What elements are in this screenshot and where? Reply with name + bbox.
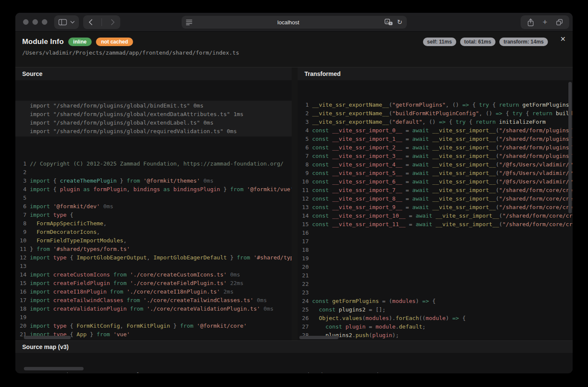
svg-text:A: A (386, 20, 388, 24)
new-tab-button[interactable]: + (538, 15, 552, 29)
code-panels: Source import "/shared/form/plugins/glob… (15, 67, 573, 340)
reload-icon[interactable]: ↻ (397, 18, 403, 26)
code-line: 12const __vite_ssr_import_8__ = await __… (298, 195, 573, 203)
code-line: 20 (298, 263, 573, 271)
sourcemap-title: Source map (v3) (15, 341, 573, 353)
code-line: 15const __vite_ssr_import_11__ = await _… (298, 220, 573, 229)
history-nav (83, 15, 120, 29)
code-line: 4const __vite_ssr_import_0__ = await __v… (298, 126, 573, 135)
code-line: 11} from '#shared/types/form.ts' (15, 245, 292, 253)
toolbar-right-group: + (521, 15, 569, 29)
inline-badge: inline (68, 38, 92, 46)
code-line: 10const __vite_ssr_import_6__ = await __… (298, 177, 573, 186)
code-line: 14const __vite_ssr_import_10__ = await _… (298, 212, 573, 220)
page-title: Module Info (22, 38, 64, 46)
translate-icon[interactable]: A x (385, 19, 393, 26)
sourcemap-section: Source map (v3) 1;;;AAEA;AAAkC;AAAA;AAAA… (15, 340, 573, 373)
code-line: 17 (298, 237, 573, 246)
code-line: 2__vite_ssr_exportName__("buildFormKitPl… (298, 109, 573, 118)
code-line: 11const __vite_ssr_import_7__ = await __… (298, 186, 573, 195)
code-line: 5 (15, 194, 292, 202)
raw-import-line: import "/shared/form/plugins/global/requ… (15, 127, 292, 136)
forward-button[interactable] (105, 15, 120, 29)
code-line: 18 (298, 246, 573, 254)
source-panel-title: Source (15, 67, 292, 80)
code-line: 10 FormFieldTypeImportModules, (15, 236, 292, 245)
code-line: 1__vite_ssr_exportName__("getFormPlugins… (298, 101, 573, 109)
tab-overview-icon[interactable] (552, 15, 567, 29)
code-line: 13 (15, 262, 292, 271)
code-line: 2 (15, 168, 292, 177)
code-line: 7const __vite_ssr_import_3__ = await __v… (298, 152, 573, 160)
code-line: 17import createTailwindClasses from './c… (15, 296, 292, 305)
reader-icon[interactable] (186, 19, 192, 25)
code-line: 12import type { ImportGlobEagerOutput, I… (15, 253, 292, 262)
browser-toolbar: localhost A x ↻ + (15, 13, 573, 32)
module-info-header: Module Info inline not cached self: 11ms… (15, 32, 573, 67)
module-inspect-page: Module Info inline not cached self: 11ms… (15, 32, 573, 373)
code-line: 4import { plugin as formPlugin, bindings… (15, 185, 292, 194)
code-line: 9 FormDecoratorIcons, (15, 228, 292, 236)
code-line: 29 }); (298, 340, 573, 340)
sourcemap-hscrollbar[interactable] (24, 367, 84, 370)
url-text[interactable]: localhost (192, 19, 385, 26)
code-line: 21 (298, 271, 573, 280)
raw-import-line: import "/shared/form/plugins/global/exte… (15, 119, 292, 127)
url-bar[interactable]: localhost A x ↻ (182, 16, 407, 29)
code-line: 8 FormAppSpecificTheme, (15, 219, 292, 228)
code-line: 5const __vite_ssr_import_1__ = await __v… (298, 135, 573, 143)
sourcemap-code-area[interactable]: 1;;;AAEA;AAAkC;AAAA;AAAA;AAAA;AAClC;AAEA… (15, 353, 573, 373)
close-window-button[interactable] (23, 19, 29, 25)
code-line: 16 (298, 229, 573, 237)
code-line: 25 const plugins2 = []; (298, 306, 573, 314)
minimize-window-button[interactable] (32, 19, 38, 25)
nav-divider (101, 18, 102, 26)
code-line: 9const __vite_ssr_import_5__ = await __v… (298, 169, 573, 177)
sourcemap-code: 1;;;AAEA;AAAkC;AAAA;AAAA;AAAA;AAClC;AAEA… (15, 371, 573, 373)
not-cached-badge: not cached (96, 38, 133, 46)
code-line: 14import createCustomIcons from './core/… (15, 271, 292, 279)
close-overlay-button[interactable]: ✕ (560, 36, 566, 43)
back-button[interactable] (83, 15, 98, 29)
sidebar-toggle-button[interactable] (54, 15, 79, 29)
transformed-vscrollbar[interactable] (568, 82, 572, 213)
code-line: 1// Copyright (C) 2012-2025 Zammad Found… (15, 160, 292, 168)
source-code-area[interactable]: import "/shared/form/plugins/global/bind… (15, 80, 292, 340)
source-code: 1// Copyright (C) 2012-2025 Zammad Found… (15, 160, 292, 340)
code-line: 27 const plugin = module.default; (298, 323, 573, 331)
transformed-code-area[interactable]: 1__vite_ssr_exportName__("getFormPlugins… (298, 80, 573, 340)
code-line: 23 (298, 288, 573, 297)
transformed-hscrollbar[interactable] (299, 336, 339, 339)
code-line: 19 (298, 254, 573, 263)
code-line: 3__vite_ssr_exportName__("default", () =… (298, 118, 573, 126)
code-line: 18import createValidationPlugin from './… (15, 305, 292, 313)
raw-import-line: import "/shared/form/plugins/global/exte… (15, 110, 292, 119)
transformed-panel: Transformed 1__vite_ssr_exportName__("ge… (298, 67, 573, 340)
transformed-panel-title: Transformed (298, 67, 573, 80)
total-time-badge: total: 61ms (460, 38, 495, 46)
raw-import-line: import "/shared/form/plugins/global/bind… (15, 102, 292, 110)
code-line: 20import type { FormKitConfig, FormKitPl… (15, 322, 292, 330)
code-line: 13const __vite_ssr_import_9__ = await __… (298, 203, 573, 212)
timing-badges: self: 11ms total: 61ms transform: 14ms (423, 38, 548, 46)
transform-time-badge: transform: 14ms (499, 38, 548, 46)
code-line: 7import type { (15, 211, 292, 219)
panel-divider (292, 67, 298, 340)
sidebar-icon (58, 19, 67, 26)
zoom-window-button[interactable] (42, 19, 47, 25)
share-icon[interactable] (523, 15, 538, 29)
code-line: 15import createFieldPlugin from './core/… (15, 279, 292, 288)
chevron-down-icon (70, 21, 75, 23)
code-line: 26 Object.values(modules).forEach((modul… (298, 314, 573, 323)
code-line: 6import '@formkit/dev' 0ms (15, 202, 292, 211)
source-import-block: import "/shared/form/plugins/global/bind… (15, 101, 292, 137)
code-line: 8const __vite_ssr_import_4__ = await __v… (298, 160, 573, 169)
transformed-code: 1__vite_ssr_exportName__("getFormPlugins… (298, 101, 573, 340)
code-line: 28 plugins2.push(plugin); (298, 331, 573, 340)
source-panel: Source import "/shared/form/plugins/glob… (15, 67, 292, 340)
code-line: 22 (298, 280, 573, 288)
source-hscrollbar[interactable] (24, 336, 71, 339)
code-line: 16import createI18nPlugin from './core/c… (15, 288, 292, 296)
code-line: 19 (15, 313, 292, 322)
module-file-path: /Users/vladimir/Projects/zammad/app/fron… (22, 49, 566, 56)
